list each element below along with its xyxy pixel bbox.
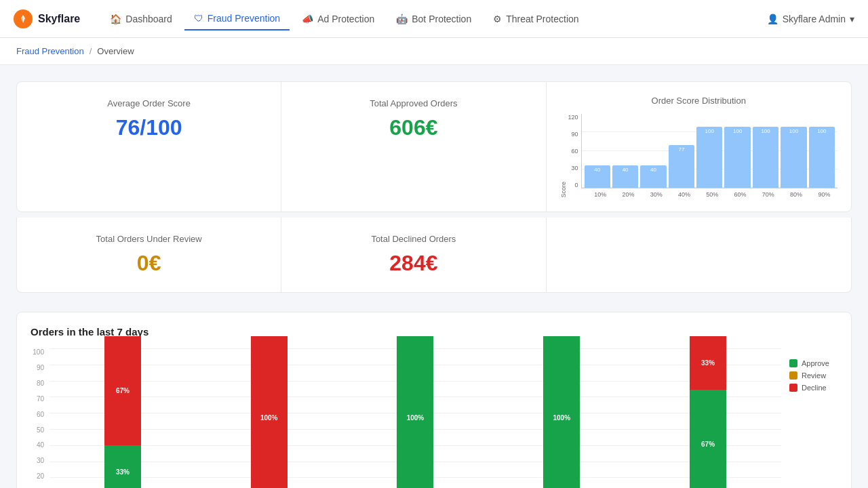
bar-11-mar: 100% 11 Mar xyxy=(196,348,342,488)
dist-y-labels: 0 30 60 90 120 xyxy=(568,114,581,188)
dist-x-labels: 10% 20% 30% 40% 50% 60% 70% 80% 90% xyxy=(568,191,838,198)
nav-fraud-prevention[interactable]: 🛡 Fraud Prevention xyxy=(184,7,290,30)
total-declined-value: 284€ xyxy=(298,251,529,276)
legend-review: Review xyxy=(789,371,829,380)
user-icon: 👤 xyxy=(767,14,778,24)
main-content: Average Order Score 76/100 Total Approve… xyxy=(0,65,868,488)
avg-order-score-value: 76/100 xyxy=(33,115,264,140)
orders-chart-section: Orders in the last 7 days 0 10 20 30 40 … xyxy=(16,312,852,488)
distribution-title: Order Score Distribution xyxy=(560,96,838,106)
avg-order-score-card: Average Order Score 76/100 xyxy=(17,82,281,211)
chart-y-labels: 0 10 20 30 40 50 60 70 80 90 100 xyxy=(31,348,50,488)
bot-icon: 🤖 xyxy=(396,14,408,24)
legend-approve: Approve xyxy=(789,359,829,367)
breadcrumb-parent[interactable]: Fraud Prevention xyxy=(16,46,84,56)
nav-bot-protection[interactable]: 🤖 Bot Protection xyxy=(387,8,481,30)
total-approved-label: Total Approved Orders xyxy=(298,98,529,108)
brand-name: Skyflare xyxy=(38,13,80,25)
bar-13-mar: 100% 13 Mar xyxy=(488,348,635,488)
bar-14-mar: 33% 67% 14 Mar xyxy=(635,348,781,488)
total-review-value: 0€ xyxy=(33,251,264,276)
total-approved-card: Total Approved Orders 606€ xyxy=(281,82,546,211)
chevron-down-icon: ▾ xyxy=(850,14,854,24)
total-review-label: Total Orders Under Review xyxy=(33,234,264,244)
total-declined-card: Total Declined Orders 284€ xyxy=(281,218,546,292)
nav-items: 🏠 Dashboard 🛡 Fraud Prevention 📣 Ad Prot… xyxy=(100,7,766,30)
legend-decline: Decline xyxy=(789,384,829,392)
breadcrumb-separator: / xyxy=(90,46,92,56)
threat-icon: ⚙ xyxy=(493,14,502,24)
total-review-card: Total Orders Under Review 0€ xyxy=(17,218,281,292)
total-declined-label: Total Declined Orders xyxy=(298,234,529,244)
user-menu[interactable]: 👤 Skyflare Admin ▾ xyxy=(767,14,854,24)
avg-order-score-label: Average Order Score xyxy=(33,98,264,108)
logo-icon xyxy=(14,9,33,28)
brand-logo[interactable]: Skyflare xyxy=(14,9,80,28)
stats-row: Average Order Score 76/100 Total Approve… xyxy=(16,81,852,212)
score-axis-label: Score xyxy=(560,182,567,198)
dashboard-icon: 🏠 xyxy=(110,14,121,24)
breadcrumb-current: Overview xyxy=(97,46,134,56)
chart-legend: Approve Review Decline xyxy=(781,348,837,403)
navbar: Skyflare 🏠 Dashboard 🛡 Fraud Prevention … xyxy=(0,0,868,38)
stats-row-2: Total Orders Under Review 0€ Total Decli… xyxy=(16,218,852,293)
orders-chart-body: 0 10 20 30 40 50 60 70 80 90 100 xyxy=(31,348,837,488)
total-approved-value: 606€ xyxy=(298,115,529,140)
breadcrumb: Fraud Prevention / Overview xyxy=(0,38,868,65)
bar-10-mar: 67% 33% 10 Mar xyxy=(50,348,196,488)
fraud-icon: 🛡 xyxy=(194,13,203,24)
nav-threat-protection[interactable]: ⚙ Threat Protection xyxy=(484,8,588,30)
ad-icon: 📣 xyxy=(302,14,313,24)
chart-bars-area: 67% 33% 10 Mar 100% 11 Mar xyxy=(50,348,781,488)
nav-ad-protection[interactable]: 📣 Ad Protection xyxy=(292,8,384,30)
nav-dashboard[interactable]: 🏠 Dashboard xyxy=(100,8,182,30)
bar-12-mar: 100% 12 Mar xyxy=(342,348,489,488)
dist-bars: 40 40 40 77 100 100 100 100 100 xyxy=(581,114,837,188)
distribution-card: Order Score Distribution Score 0 30 60 9… xyxy=(547,82,852,211)
